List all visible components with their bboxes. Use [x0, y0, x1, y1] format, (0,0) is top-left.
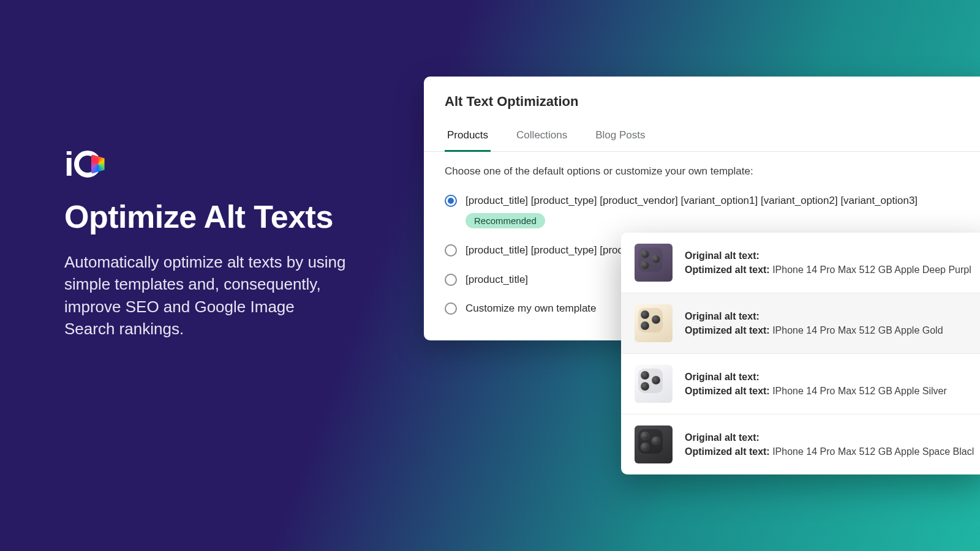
optimized-label: Optimized alt text:	[685, 386, 770, 396]
original-label: Original alt text:	[685, 311, 760, 321]
radio-button[interactable]	[445, 195, 457, 207]
camera-lens-icon	[638, 308, 663, 332]
optimized-label: Optimized alt text:	[685, 325, 770, 335]
original-label: Original alt text:	[685, 372, 760, 382]
optimized-label: Optimized alt text:	[685, 264, 770, 275]
hero-title: Optimize Alt Texts	[64, 198, 346, 235]
logo-i-glyph: i	[64, 147, 74, 181]
camera-lens-icon	[638, 429, 663, 454]
radio-button[interactable]	[445, 274, 457, 286]
camera-lens-icon	[638, 369, 663, 393]
optimized-value: IPhone 14 Pro Max 512 GB Apple Deep Purp…	[770, 264, 971, 275]
original-label: Original alt text:	[685, 432, 760, 443]
hero-description: Automatically optimize alt texts by usin…	[64, 251, 346, 340]
tabs: ProductsCollectionsBlog Posts	[424, 113, 980, 152]
tab-collections[interactable]: Collections	[514, 129, 570, 152]
radio-button[interactable]	[445, 302, 457, 315]
preview-row: Original alt text:Optimized alt text: IP…	[621, 293, 980, 353]
original-label: Original alt text:	[685, 250, 760, 261]
product-thumbnail	[635, 365, 673, 403]
product-thumbnail	[635, 425, 673, 463]
card-title: Alt Text Optimization	[424, 94, 980, 113]
preview-text: Original alt text:Optimized alt text: IP…	[685, 370, 975, 398]
preview-card: Original alt text:Optimized alt text: IP…	[621, 233, 980, 474]
logo-o-glyph	[74, 151, 101, 178]
preview-row: Original alt text:Optimized alt text: IP…	[621, 233, 980, 293]
preview-text: Original alt text:Optimized alt text: IP…	[685, 249, 975, 277]
optimized-value: IPhone 14 Pro Max 512 GB Apple Space Bla…	[770, 446, 974, 457]
preview-row: Original alt text:Optimized alt text: IP…	[621, 414, 980, 474]
optimized-value: IPhone 14 Pro Max 512 GB Apple Gold	[770, 325, 943, 335]
logo-color-wheel-icon	[91, 154, 105, 174]
radio-button[interactable]	[445, 244, 457, 257]
tab-products[interactable]: Products	[445, 129, 491, 152]
option-body: [product_title] [product_type] [product_…	[466, 193, 967, 228]
optimized-value: IPhone 14 Pro Max 512 GB Apple Silver	[770, 386, 947, 396]
app-logo: i	[64, 147, 346, 181]
hero-panel: i Optimize Alt Texts Automatically optim…	[64, 147, 346, 340]
preview-row: Original alt text:Optimized alt text: IP…	[621, 353, 980, 414]
recommended-badge: Recommended	[466, 213, 545, 228]
template-option[interactable]: [product_title] [product_type] [product_…	[445, 186, 967, 236]
section-description: Choose one of the default options or cus…	[424, 152, 980, 180]
product-thumbnail	[635, 304, 673, 342]
tab-blog-posts[interactable]: Blog Posts	[593, 129, 647, 152]
preview-text: Original alt text:Optimized alt text: IP…	[685, 309, 975, 337]
product-thumbnail	[635, 244, 673, 282]
optimized-label: Optimized alt text:	[685, 446, 770, 457]
preview-text: Original alt text:Optimized alt text: IP…	[685, 430, 975, 459]
option-label: [product_title] [product_type] [product_…	[466, 193, 967, 208]
camera-lens-icon	[638, 247, 663, 272]
